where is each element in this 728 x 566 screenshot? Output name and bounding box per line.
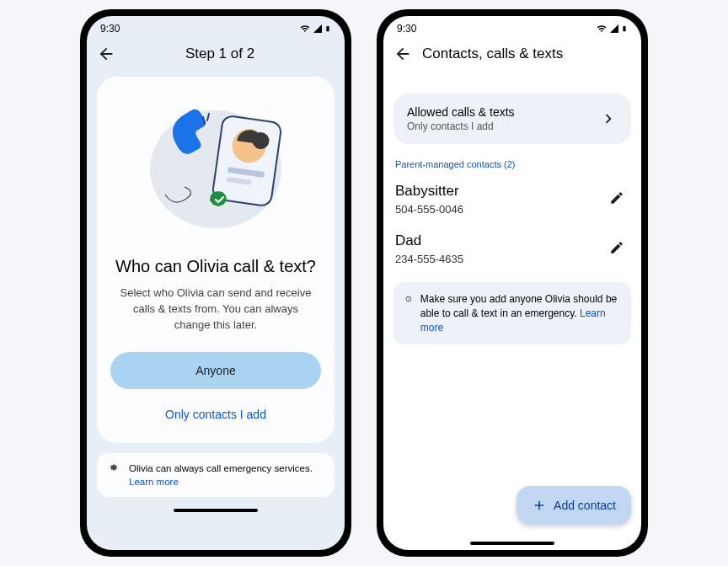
- battery-icon: [324, 24, 331, 34]
- header-1: Step 1 of 2: [87, 38, 345, 70]
- contact-number: 234-555-4635: [395, 253, 463, 265]
- only-contacts-button[interactable]: Only contacts I add: [110, 403, 321, 426]
- learn-more-link[interactable]: Learn more: [129, 477, 179, 487]
- contact-row: Babysitter 504-555-0046: [393, 174, 631, 224]
- emergency-info-text: Make sure you add anyone Olivia should b…: [420, 292, 619, 334]
- info-icon: [405, 292, 412, 306]
- nav-bar: [383, 537, 641, 550]
- status-bar: 9:30: [383, 16, 641, 38]
- status-icons: [596, 24, 628, 34]
- battery-icon: [621, 24, 628, 34]
- question-title: Who can Olivia call & text?: [110, 255, 321, 277]
- phone-frame-2: 9:30 Contacts, calls & texts Allowed cal…: [377, 9, 648, 557]
- signal-icon: [313, 24, 323, 34]
- section-label: Parent-managed contacts (2): [393, 159, 631, 169]
- allowed-calls-setting[interactable]: Allowed calls & texts Only contacts I ad…: [393, 93, 631, 144]
- main-card: Who can Olivia call & text? Select who O…: [97, 77, 335, 443]
- pencil-icon: [609, 240, 624, 255]
- signal-icon: [609, 24, 619, 34]
- contact-name: Babysitter: [395, 183, 463, 200]
- add-contact-label: Add contact: [554, 499, 616, 512]
- contact-name: Dad: [395, 232, 463, 249]
- contact-row: Dad 234-555-4635: [393, 224, 631, 274]
- anyone-button[interactable]: Anyone: [110, 352, 321, 389]
- question-description: Select who Olivia can send and receive c…: [110, 286, 321, 334]
- pencil-icon: [609, 190, 624, 206]
- page-title: Contacts, calls & texts: [422, 45, 563, 62]
- wifi-icon: [596, 24, 608, 34]
- edit-contact-button[interactable]: [604, 185, 629, 214]
- contact-number: 504-555-0046: [395, 203, 463, 216]
- screen-1: 9:30 Step 1 of 2: [87, 16, 345, 550]
- header-2: Contacts, calls & texts: [383, 38, 641, 70]
- setting-title: Allowed calls & texts: [407, 105, 515, 119]
- emergency-info: Make sure you add anyone Olivia should b…: [393, 282, 631, 344]
- back-icon[interactable]: [97, 45, 115, 63]
- status-time: 9:30: [397, 23, 416, 35]
- phone-frame-1: 9:30 Step 1 of 2: [80, 9, 351, 557]
- status-bar: 9:30: [87, 16, 345, 38]
- status-time: 9:30: [100, 23, 120, 35]
- add-contact-button[interactable]: Add contact: [517, 486, 631, 525]
- wifi-icon: [299, 24, 311, 34]
- setting-subtitle: Only contacts I add: [407, 120, 515, 132]
- nav-bar: [87, 504, 345, 517]
- status-icons: [299, 24, 331, 34]
- plus-icon: [532, 498, 547, 513]
- chevron-right-icon: [599, 109, 618, 128]
- back-icon[interactable]: [393, 45, 412, 63]
- emergency-note: Olivia can always call emergency service…: [97, 453, 335, 497]
- edit-contact-button[interactable]: [604, 235, 629, 264]
- emergency-icon: [107, 462, 120, 476]
- emergency-note-text: Olivia can always call emergency service…: [129, 462, 324, 489]
- step-label: Step 1 of 2: [126, 45, 335, 62]
- illustration: [110, 90, 321, 248]
- content-area: Allowed calls & texts Only contacts I ad…: [383, 70, 641, 537]
- screen-2: 9:30 Contacts, calls & texts Allowed cal…: [383, 16, 641, 550]
